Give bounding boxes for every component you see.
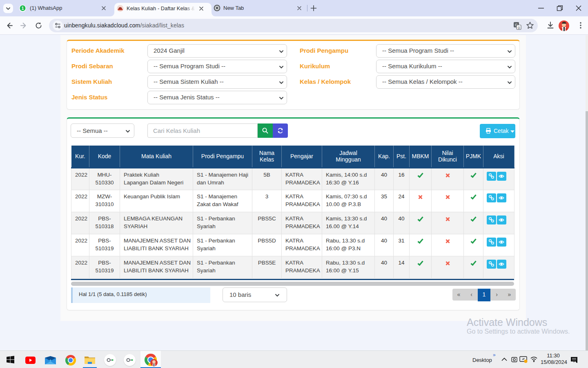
svg-text:g: g bbox=[518, 25, 520, 29]
svg-text:1: 1 bbox=[22, 6, 24, 11]
